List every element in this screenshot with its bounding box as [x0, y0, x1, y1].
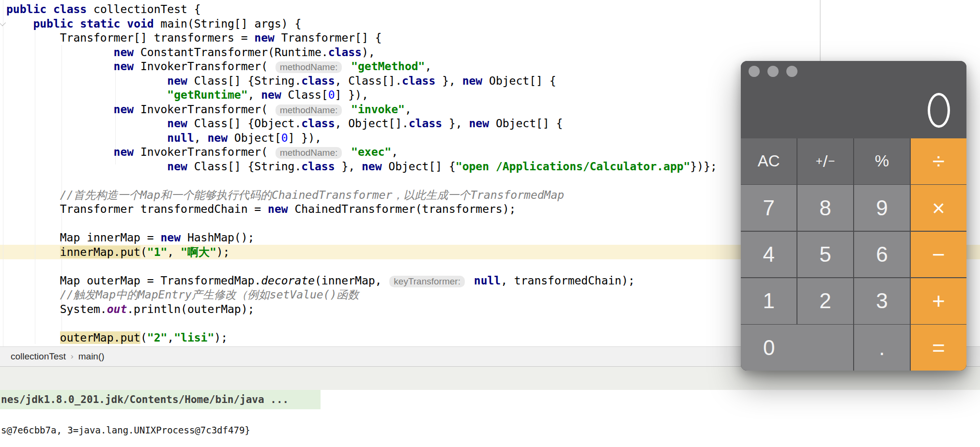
code-line: null, new Object[0] }), [6, 131, 717, 146]
minimize-button[interactable] [767, 66, 779, 77]
calculator-display-area [741, 61, 966, 138]
code-line: Transformer[] transformers = new Transfo… [6, 31, 717, 45]
code-line: innerMap.put("1", "啊大"); [6, 245, 717, 260]
parameter-hint-pill: keyTransformer: [389, 276, 465, 287]
code-line: new Class[] {Object.class, Object[].clas… [6, 117, 717, 131]
window-controls [749, 66, 797, 77]
calc-button-9[interactable]: 9 [854, 185, 910, 231]
fold-arrow-icon[interactable] [0, 19, 6, 26]
calc-button-4[interactable]: 4 [741, 232, 796, 278]
code-line [6, 217, 717, 231]
run-console[interactable]: nes/jdk1.8.0_201.jdk/Contents/Home/bin/j… [0, 390, 980, 447]
breadcrumb-item-main[interactable]: main() [78, 351, 105, 362]
calc-button-divide[interactable]: ÷ [911, 138, 966, 184]
zoom-button[interactable] [786, 66, 797, 77]
code-line: Transformer transformedChain = new Chain… [6, 202, 717, 217]
code-line: public class collectionTest { [6, 2, 717, 17]
gutter-line [3, 0, 3, 346]
calc-button-equals[interactable]: = [911, 325, 966, 371]
code-line: outerMap.put("2","lisi"); [6, 331, 717, 345]
code-line: new Class[] {String.class, Class[].class… [6, 74, 717, 89]
calc-button-1[interactable]: 1 [741, 278, 796, 324]
calc-button-3[interactable]: 3 [854, 278, 910, 324]
console-command-line: nes/jdk1.8.0_201.jdk/Contents/Home/bin/j… [0, 390, 321, 409]
calc-button-0[interactable]: 0 [741, 325, 853, 371]
code-line: new Class[] {String.class }, new Object[… [6, 160, 717, 174]
calc-display-value [928, 93, 950, 128]
close-button[interactable] [749, 66, 760, 77]
calculator-window: AC+/−%÷789×456−123+0.= [741, 61, 966, 371]
calc-button-multiply[interactable]: × [911, 185, 966, 231]
code-line: Map innerMap = new HashMap(); [6, 231, 717, 245]
breadcrumb-item-collectionTest[interactable]: collectionTest [11, 351, 66, 362]
calc-button-plus[interactable]: + [911, 278, 966, 324]
code-line [6, 174, 717, 188]
code-line: System.out.println(outerMap); [6, 302, 717, 317]
code-line: new InvokerTransformer( methodName: "inv… [6, 103, 717, 117]
calc-button-6[interactable]: 6 [854, 232, 910, 278]
parameter-hint-pill: methodName: [276, 147, 342, 159]
calc-button-7[interactable]: 7 [741, 185, 796, 231]
code-line: Map outerMap = TransformedMap.decorate(i… [6, 274, 717, 288]
code-line [6, 259, 717, 274]
calc-button-minus[interactable]: − [911, 232, 966, 278]
code-line: new InvokerTransformer( methodName: "get… [6, 60, 717, 74]
calc-keypad: AC+/−%÷789×456−123+0.= [741, 138, 966, 371]
calc-button-%[interactable]: % [854, 138, 910, 184]
calc-button-decimal[interactable]: . [854, 325, 910, 371]
calc-button-2[interactable]: 2 [797, 278, 853, 324]
calc-button-8[interactable]: 8 [797, 185, 853, 231]
code-line: new InvokerTransformer( methodName: "exe… [6, 145, 717, 160]
code-line: //触发Map中的MapEntry产生修改（例如setValue()函数 [6, 288, 717, 302]
screen: public class collectionTest { public sta… [0, 0, 980, 447]
code-line: public static void main(String[] args) { [6, 17, 717, 31]
calc-button-AC[interactable]: AC [741, 138, 796, 184]
parameter-hint-pill: methodName: [276, 104, 342, 116]
console-output-line: s@7e6cbb7a, 3=java.lang.UNIXProcess@7c3d… [1, 425, 250, 435]
code-line [6, 316, 717, 331]
code-line: //首先构造一个Map和一个能够执行代码的ChainedTransformer，… [6, 188, 717, 203]
breadcrumb-separator-icon: › [66, 352, 78, 361]
calc-button-plus-minus[interactable]: +/− [797, 138, 853, 184]
calc-button-5[interactable]: 5 [797, 232, 853, 278]
code-line: new ConstantTransformer(Runtime.class), [6, 45, 717, 60]
parameter-hint-pill: methodName: [276, 61, 342, 73]
code-block: public class collectionTest { public sta… [6, 2, 717, 345]
code-line: "getRuntime", new Class[0] }), [6, 88, 717, 103]
